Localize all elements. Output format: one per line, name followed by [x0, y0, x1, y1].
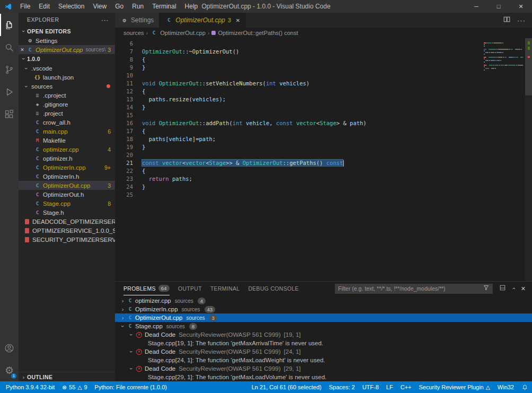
breadcrumb-item-optimizerout-getpaths-const[interactable]: OptimizerOut::getPaths() const	[211, 30, 298, 36]
tree-item-optimizerin-cpp[interactable]: COptimizerIn.cpp9+	[19, 163, 115, 172]
panel-tab-output[interactable]: OUTPUT	[178, 282, 202, 295]
tree-item-optimizerout-h[interactable]: COptimizerOut.h	[19, 190, 115, 199]
status-python-interpreter[interactable]: Python: File corrente (1.0.0)	[91, 381, 171, 393]
code-line[interactable]	[142, 111, 367, 119]
tree-item-optimizer-h[interactable]: Coptimizer.h	[19, 154, 115, 163]
open-editors-header[interactable]: › OPEN EDITORS	[19, 27, 115, 36]
code-line[interactable]: void OptimizerOut::addPath(int vehicle, …	[142, 119, 367, 127]
open-editor-item-optimizerout-cpp[interactable]: ✕COptimizerOut.cppsources\3	[19, 45, 115, 54]
tab-settings[interactable]: ⚙Settings	[115, 13, 159, 28]
breadcrumb-item-optimizerout-cpp[interactable]: COptimizerOut.cpp	[150, 30, 206, 36]
account-icon[interactable]	[0, 337, 19, 359]
problem-related-row[interactable]: Stage.cpp[19, 1]: The function 'getMaxAr…	[115, 339, 532, 347]
tree-item-vscode[interactable]: ›.vscode	[19, 64, 115, 73]
sidebar-more-actions-icon[interactable]: ···	[101, 16, 109, 24]
tree-item-stage-cpp[interactable]: CStage.cpp8	[19, 199, 115, 208]
status-cursor-position[interactable]: Ln 21, Col 61 (60 selected)	[248, 381, 325, 393]
open-editor-item-settings[interactable]: ⚙Settings	[19, 36, 115, 45]
breadcrumb-item-sources[interactable]: sources	[123, 30, 144, 36]
editor-more-actions-icon[interactable]: ···	[517, 16, 526, 24]
split-editor-icon[interactable]	[503, 15, 511, 25]
tree-item-stage-h[interactable]: CStage.h	[19, 208, 115, 217]
tab-optimizerout-cpp[interactable]: COptimizerOut.cpp3✕	[159, 13, 246, 28]
code-editor[interactable]: 678910111213141516171819202122232425 Opt…	[115, 38, 532, 281]
menu-help[interactable]: Help	[181, 0, 202, 13]
tree-item-main-cpp[interactable]: Cmain.cpp6	[19, 127, 115, 136]
code-line[interactable]: const vector<vector<Stage>> & OptimizerO…	[142, 159, 367, 167]
code-line[interactable]: {	[142, 167, 367, 175]
project-section-header[interactable]: › 1.0.0	[19, 54, 115, 64]
code-line[interactable]: }	[142, 143, 367, 151]
problem-file-row-optimizer-cpp[interactable]: ›Coptimizer.cppsources4	[115, 296, 532, 305]
code-line[interactable]: return paths;	[142, 175, 367, 183]
minimap[interactable]	[482, 40, 525, 74]
code-line[interactable]: {	[142, 88, 367, 95]
status-problems-summary[interactable]: ⊗55△9	[58, 381, 91, 393]
tree-item-crow-all-h[interactable]: Ccrow_all.h	[19, 118, 115, 127]
editor-scrollbar[interactable]	[525, 38, 532, 281]
tree-item-gitignore[interactable]: ◆.gitignore	[19, 100, 115, 109]
tree-item-launch-json[interactable]: {}launch.json	[19, 73, 115, 82]
status-indentation[interactable]: Spaces: 2	[325, 381, 359, 393]
status-encoding[interactable]: UTF-8	[359, 381, 383, 393]
problem-row[interactable]: ›✕Dead CodeSecurityReviewer(OWASP 561 C9…	[115, 347, 532, 356]
tree-item-deadcode-optimizerservice[interactable]: DEADCODE_OPTIMIZERSERVICE....	[19, 217, 115, 226]
tree-item-optimizerout-cpp[interactable]: COptimizerOut.cpp3	[19, 181, 115, 190]
problem-file-row-stage-cpp[interactable]: ›CStage.cppsources8	[115, 322, 532, 330]
status-security-reviewer[interactable]: Security Reviewer Plugin△	[415, 381, 493, 393]
close-button[interactable]: ✕	[510, 0, 532, 13]
menu-selection[interactable]: Selection	[54, 0, 88, 13]
status-language-mode[interactable]: C++	[397, 381, 415, 393]
maximize-button[interactable]: □	[487, 0, 510, 13]
code-line[interactable]: {	[142, 127, 367, 135]
code-line[interactable]	[142, 191, 367, 199]
code-line[interactable]	[142, 40, 367, 48]
code-line[interactable]: void OptimizerOut::setVehicleNumbers(int…	[142, 80, 367, 88]
code-line[interactable]: {	[142, 56, 367, 64]
tree-item-optimizerin-h[interactable]: COptimizerIn.h	[19, 172, 115, 181]
code-line[interactable]: paths.resize(vehicles);	[142, 95, 367, 103]
problem-row[interactable]: ›✕Dead CodeSecurityReviewer(OWASP 561 C9…	[115, 330, 532, 339]
tree-item-cproject[interactable]: ≡.cproject	[19, 91, 115, 100]
problem-file-row-optimizerin-cpp[interactable]: ›COptimizerIn.cppsources43	[115, 305, 532, 313]
close-editor-icon[interactable]: ✕	[19, 47, 26, 53]
explorer-icon[interactable]	[0, 14, 19, 36]
tree-item-optimizer-cpp[interactable]: Coptimizer.cpp4	[19, 145, 115, 154]
tree-item-security-optimizerservice-1[interactable]: SECURITY_OPTIMIZERSERVICE.1....	[19, 235, 115, 244]
code-line[interactable]	[142, 151, 367, 159]
search-icon[interactable]	[0, 36, 19, 58]
code-line[interactable]: paths[vehicle]=path;	[142, 135, 367, 143]
tree-item-optimizerservice-1-0-0-sqale[interactable]: OPTIMIZERSERVICE_1.0.0_SQALE...	[19, 226, 115, 235]
panel-tab-terminal[interactable]: TERMINAL	[210, 282, 240, 295]
close-panel-icon[interactable]: ✕	[521, 285, 526, 292]
status-python-version[interactable]: Python 3.9.4 32-bit	[2, 381, 58, 393]
move-panel-icon[interactable]	[499, 284, 506, 293]
status-platform[interactable]: Win32	[494, 381, 518, 393]
problems-filter-input[interactable]	[338, 285, 480, 292]
problem-related-row[interactable]: Stage.cpp[24, 1]: The function 'getMaxLo…	[115, 356, 532, 364]
code-line[interactable]: OptimizerOut::~OptimizerOut()	[142, 48, 367, 56]
settings-gear-icon[interactable]: ⚙ 1	[0, 359, 19, 381]
filter-icon[interactable]	[483, 284, 490, 293]
status-notifications[interactable]	[518, 381, 532, 393]
panel-tab-debug-console[interactable]: DEBUG CONSOLE	[248, 282, 299, 295]
menu-file[interactable]: File	[16, 0, 34, 13]
menu-view[interactable]: View	[88, 0, 111, 13]
menu-go[interactable]: Go	[111, 0, 128, 13]
code-line[interactable]: }	[142, 64, 367, 72]
source-control-icon[interactable]	[0, 58, 19, 81]
run-debug-icon[interactable]	[0, 81, 19, 103]
close-tab-icon[interactable]: ✕	[236, 18, 240, 23]
code-line[interactable]	[142, 72, 367, 80]
maximize-panel-icon[interactable]: ›	[510, 287, 517, 290]
status-eol[interactable]: LF	[383, 381, 397, 393]
menu-terminal[interactable]: Terminal	[148, 0, 180, 13]
minimize-button[interactable]: ─	[465, 0, 487, 13]
tree-item-sources[interactable]: ›sources	[19, 82, 115, 91]
code-line[interactable]: }	[142, 103, 367, 111]
editor-gutter[interactable]: 678910111213141516171819202122232425	[115, 40, 133, 281]
menu-edit[interactable]: Edit	[34, 0, 54, 13]
tree-item-project[interactable]: ≡.project	[19, 109, 115, 118]
tree-item-makefile[interactable]: MMakefile	[19, 136, 115, 145]
extensions-icon[interactable]	[0, 103, 19, 125]
